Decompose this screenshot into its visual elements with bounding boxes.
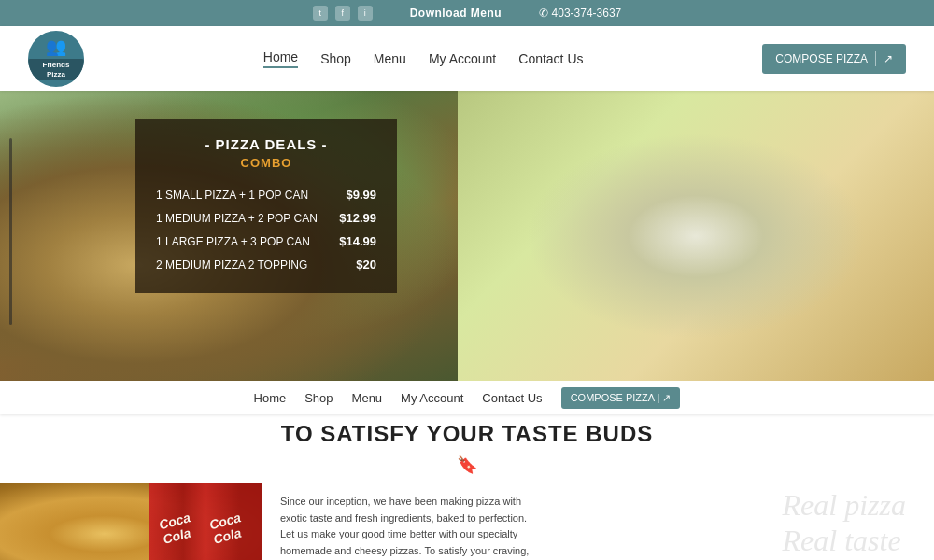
phone-number: ✆ 403-374-3637 bbox=[539, 7, 621, 20]
deal-row-4: 2 MEDIUM PIZZA 2 TOPPING $20 bbox=[156, 253, 376, 276]
deal-row-1: 1 SMALL PIZZA + 1 POP CAN $9.99 bbox=[156, 183, 376, 206]
deals-subtitle: COMBO bbox=[156, 156, 376, 170]
nav-menu[interactable]: Menu bbox=[374, 51, 406, 66]
logo-area: 👥 Friends Pizza bbox=[28, 31, 84, 87]
deal-price-3: $14.99 bbox=[334, 234, 376, 248]
top-bar: t f i Download Menu ✆ 403-374-3637 bbox=[0, 0, 934, 26]
coke-label-1: CocaCola bbox=[157, 510, 195, 547]
second-compose-label: COMPOSE PIZZA bbox=[571, 392, 655, 403]
nav-my-account[interactable]: My Account bbox=[429, 51, 496, 66]
hero-right-image bbox=[458, 91, 934, 381]
logo-inner: 👥 Friends Pizza bbox=[28, 37, 84, 81]
deal-row-2: 1 MEDIUM PIZZA + 2 POP CAN $12.99 bbox=[156, 206, 376, 230]
second-nav-shop[interactable]: Shop bbox=[304, 391, 333, 405]
facebook-icon[interactable]: f bbox=[335, 6, 350, 21]
right-text-area: Real pizza Real taste Since our inceptio… bbox=[262, 483, 934, 560]
twitter-icon[interactable]: t bbox=[313, 6, 328, 21]
deal-price-2: $12.99 bbox=[334, 211, 376, 225]
compose-btn-label: COMPOSE PIZZA bbox=[775, 52, 868, 65]
pizza-thumbnail: CocaCola CocaCola bbox=[0, 483, 262, 560]
real-pizza-watermark: Real pizza Real taste bbox=[783, 487, 906, 559]
lower-strip: CocaCola CocaCola Real pizza Real taste … bbox=[0, 483, 934, 560]
coke-cans-image: CocaCola CocaCola bbox=[149, 483, 262, 560]
second-compose-icon: | ↗ bbox=[658, 392, 672, 403]
nav-contact-us[interactable]: Contact Us bbox=[518, 51, 583, 66]
compose-icon: ↗ bbox=[884, 52, 893, 65]
download-menu-link[interactable]: Download Menu bbox=[410, 7, 502, 20]
pizza-deals-panel: - PIZZA DEALS - COMBO 1 SMALL PIZZA + 1 … bbox=[135, 119, 397, 293]
second-nav-home[interactable]: Home bbox=[254, 391, 287, 405]
section-tagline: TO SATISFY YOUR TASTE BUDS bbox=[281, 421, 654, 447]
bottom-section: Friends Pizza TO SATISFY YOUR TASTE BUDS… bbox=[0, 381, 934, 560]
coke-label-2: CocaCola bbox=[207, 510, 246, 547]
section-description: Since our inception, we have been making… bbox=[280, 494, 542, 560]
second-nav-bar: Home Shop Menu My Account Contact Us COM… bbox=[0, 381, 934, 414]
instagram-icon[interactable]: i bbox=[358, 6, 373, 21]
deal-price-1: $9.99 bbox=[334, 188, 376, 202]
deal-name-1: 1 SMALL PIZZA + 1 POP CAN bbox=[156, 189, 334, 202]
btn-divider bbox=[875, 51, 876, 66]
deal-row-3: 1 LARGE PIZZA + 3 POP CAN $14.99 bbox=[156, 230, 376, 253]
nav-shop[interactable]: Shop bbox=[320, 51, 351, 66]
compose-pizza-button[interactable]: COMPOSE PIZZA ↗ bbox=[762, 44, 906, 74]
real-taste-line2: Real taste bbox=[783, 524, 901, 557]
second-nav-menu[interactable]: Menu bbox=[352, 391, 383, 405]
header: 👥 Friends Pizza Home Shop Menu My Accoun… bbox=[0, 26, 934, 91]
deal-name-3: 1 LARGE PIZZA + 3 POP CAN bbox=[156, 235, 334, 248]
hero-section: - PIZZA DEALS - COMBO 1 SMALL PIZZA + 1 … bbox=[0, 91, 934, 381]
deal-name-4: 2 MEDIUM PIZZA 2 TOPPING bbox=[156, 259, 334, 272]
second-nav-contact-us[interactable]: Contact Us bbox=[482, 391, 542, 405]
social-links: t f i bbox=[313, 6, 373, 21]
main-nav: Home Shop Menu My Account Contact Us bbox=[263, 49, 584, 68]
second-nav-my-account[interactable]: My Account bbox=[401, 391, 463, 405]
deals-title: - PIZZA DEALS - bbox=[156, 136, 376, 152]
fork-decoration bbox=[9, 138, 37, 325]
deal-price-4: $20 bbox=[334, 258, 376, 272]
logo-icon: 👥 Friends Pizza bbox=[28, 31, 84, 87]
logo-name: Friends Pizza bbox=[28, 59, 84, 80]
salad-plate-background bbox=[458, 91, 934, 381]
deal-name-2: 1 MEDIUM PIZZA + 2 POP CAN bbox=[156, 212, 334, 225]
second-compose-button[interactable]: COMPOSE PIZZA | ↗ bbox=[561, 387, 681, 409]
bookmark-icon: 🔖 bbox=[457, 455, 477, 475]
nav-home[interactable]: Home bbox=[263, 49, 298, 68]
real-pizza-line1: Real pizza bbox=[783, 488, 906, 522]
